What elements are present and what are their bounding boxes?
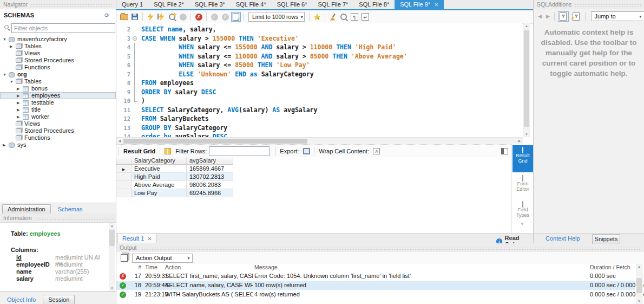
output-row-17[interactable]: ✗1720:59:31SELECT first_name, salary, CA… <box>116 271 635 281</box>
grid-row-executive[interactable]: ▶Executive165869.4667 <box>116 165 511 173</box>
expand-icon[interactable]: ▶ <box>17 99 19 106</box>
grid-cell[interactable]: 130702.2813 <box>187 173 233 181</box>
tab-sql-file-3[interactable]: SQL File 3* <box>189 0 231 9</box>
expand-icon[interactable]: ▶ <box>17 85 19 92</box>
execute-statement-icon[interactable] <box>156 12 166 22</box>
stop-icon[interactable] <box>178 12 188 22</box>
tab-schemas[interactable]: Schemas <box>53 205 88 214</box>
grid-col-header[interactable]: avgSalary <box>187 157 233 165</box>
tree-item-bonus[interactable]: ▶bonus <box>0 85 116 92</box>
expand-icon[interactable]: ▶ <box>17 113 19 120</box>
tree-item-tables[interactable]: ▼Tables <box>0 78 116 85</box>
scroll-up-icon[interactable]: ▲ <box>523 24 530 28</box>
tab-query-1[interactable]: Query 1 <box>116 0 148 9</box>
information-scrollbar[interactable]: ▲ ▼ <box>109 223 115 291</box>
grid-row-high-paid[interactable]: High Paid130702.2813 <box>116 173 511 181</box>
tab-sql-file-7[interactable]: SQL File 7* <box>313 0 354 9</box>
tab-sql-file-9[interactable]: SQL File 9*✕ <box>395 0 444 9</box>
tree-item-functions[interactable]: Functions <box>0 64 116 71</box>
field-types-button[interactable]: Field Types <box>512 199 533 221</box>
limit-rows-select[interactable]: Limit to 1000 rows ▼ <box>248 12 305 22</box>
grid-cell[interactable]: Above Average <box>132 181 187 189</box>
get-context-help-icon[interactable]: ? <box>558 11 569 22</box>
close-icon[interactable]: ✕ <box>147 236 152 242</box>
tree-item-stored-procedures[interactable]: Stored Procedures <box>0 57 116 64</box>
grid-cell[interactable]: Low Pay <box>132 189 187 197</box>
output-mode-select[interactable]: Action Output ▼ <box>132 254 193 263</box>
grid-cell[interactable]: 98006.2083 <box>187 181 233 189</box>
tree-item-sys[interactable]: ▶sys <box>0 141 116 148</box>
tab-object-info[interactable]: Object Info <box>2 295 41 304</box>
scroll-down-icon[interactable]: ▼ <box>109 287 115 290</box>
rollback-icon[interactable]: ✗ <box>220 12 230 22</box>
filter-rows-input[interactable] <box>209 146 270 156</box>
export-icon[interactable] <box>301 146 311 156</box>
schema-filter-input[interactable] <box>11 23 115 33</box>
tab-administration[interactable]: Administration <box>2 204 51 214</box>
fold-collapse-icon[interactable] <box>133 36 137 41</box>
editor-horizontal-scrollbar[interactable]: ◀ ▶ <box>116 137 523 144</box>
output-row-18[interactable]: ✓1820:59:44SELECT name, salary, CASE WHE… <box>116 281 635 290</box>
beautify-icon[interactable] <box>328 12 338 22</box>
tab-context-help[interactable]: Context Help <box>543 234 582 243</box>
tree-item-employees[interactable]: ▶employees <box>0 92 116 99</box>
explain-plan-icon[interactable] <box>167 12 177 22</box>
tab-sql-file-6[interactable]: SQL File 6* <box>272 0 313 9</box>
tab-sql-file-2[interactable]: SQL File 2* <box>148 0 189 9</box>
expand-icon[interactable]: ▶ <box>17 106 19 113</box>
output-row-19[interactable]: ✓1921:23:15WITH SalaryBuckets AS ( SELEC… <box>116 290 635 299</box>
grid-cell[interactable]: 165869.4667 <box>187 165 233 173</box>
grid-col-header[interactable]: SalaryCategory <box>132 157 187 165</box>
tree-item-stored-procedures[interactable]: Stored Procedures <box>0 127 116 134</box>
expand-icon[interactable]: ▶ <box>10 43 12 50</box>
invisible-chars-icon[interactable]: ¶ <box>350 12 359 22</box>
toggle-auto-help-icon[interactable]: ? <box>571 11 582 22</box>
jump-to-select[interactable]: Jump to ▼ <box>591 11 644 21</box>
tree-item-testtable[interactable]: ▶testtable <box>0 99 116 106</box>
result-grid-button[interactable]: Result Grid <box>512 145 533 172</box>
tab-session[interactable]: Session <box>43 295 75 304</box>
tab-sql-file-8[interactable]: SQL File 8* <box>353 0 395 9</box>
grid-cell[interactable]: Executive <box>132 165 187 173</box>
grid-row-low-pay[interactable]: Low Pay69245.8966 <box>116 189 511 197</box>
form-editor-button[interactable]: Form Editor <box>512 173 533 198</box>
tree-item-views[interactable]: Views <box>0 120 116 127</box>
tree-item-views[interactable]: Views <box>0 50 116 57</box>
tree-item-mavenfuzzyfactory[interactable]: ▼mavenfuzzyfactory <box>0 36 116 43</box>
scroll-thumb[interactable] <box>524 30 529 127</box>
result-tab[interactable]: Result 1✕ <box>117 234 157 244</box>
scroll-up-icon[interactable]: ▲ <box>636 265 642 268</box>
row-marker[interactable]: ▶ <box>116 165 132 173</box>
scroll-left-icon[interactable]: ◀ <box>116 138 123 144</box>
tab-snippets[interactable]: Snippets <box>592 234 621 244</box>
expand-icon[interactable]: ▶ <box>17 92 19 99</box>
toggle-panel-icon[interactable] <box>501 148 508 154</box>
scroll-right-icon[interactable]: ▶ <box>516 138 523 144</box>
tree-item-title[interactable]: ▶title <box>0 106 116 113</box>
grid-row-above-average[interactable]: Above Average98006.2083 <box>116 181 511 189</box>
row-marker[interactable] <box>116 181 132 189</box>
grid-cell[interactable]: High Paid <box>132 173 187 181</box>
forward-icon[interactable]: ▶ <box>546 14 550 19</box>
toggle-stop-on-error-icon[interactable]: ✗ <box>194 12 203 22</box>
back-icon[interactable]: ◀ <box>538 14 542 19</box>
refresh-schemas-icon[interactable]: ⟳ <box>104 12 111 18</box>
save-icon[interactable] <box>130 12 140 22</box>
collapse-icon[interactable]: ▼ <box>3 71 6 78</box>
scroll-down-icon[interactable]: ▼ <box>636 300 642 303</box>
grid-options-icon[interactable] <box>163 146 173 156</box>
collapse-icon[interactable]: ▼ <box>3 36 6 43</box>
commit-icon[interactable]: ✓ <box>209 12 219 22</box>
collapse-panel-icon[interactable]: ▼ <box>512 222 533 227</box>
find-icon[interactable] <box>339 12 349 22</box>
save-snippet-icon[interactable]: + <box>312 12 322 22</box>
tree-item-functions[interactable]: Functions <box>0 134 116 141</box>
scroll-thumb[interactable] <box>123 139 307 144</box>
execute-script-icon[interactable] <box>146 12 155 22</box>
close-icon[interactable]: ✕ <box>434 2 438 8</box>
scroll-up-icon[interactable]: ▲ <box>109 224 115 228</box>
scroll-down-icon[interactable]: ▼ <box>523 133 530 136</box>
row-marker[interactable] <box>116 189 132 197</box>
wrap-cell-icon[interactable]: A <box>372 146 382 156</box>
wrap-text-icon[interactable]: ↵ <box>360 12 370 22</box>
